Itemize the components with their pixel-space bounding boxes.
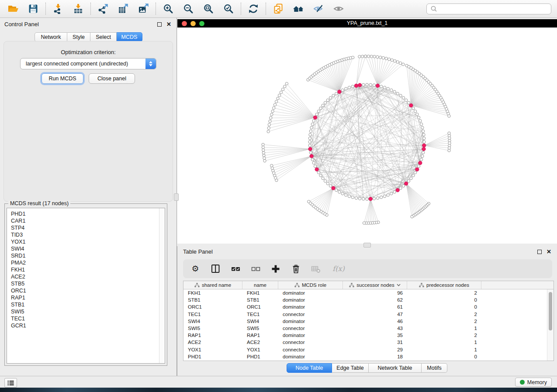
zoom-in-button[interactable] (162, 2, 175, 15)
table-row[interactable]: TEC1TEC1connector472 (183, 311, 554, 318)
cell-name[interactable]: TEC1 (242, 312, 278, 317)
mcds-result-item[interactable]: STB1 (11, 301, 159, 308)
float-table-panel-icon[interactable] (537, 250, 542, 254)
show-columns-button[interactable] (211, 264, 220, 274)
table-row[interactable]: PHD1PHD1dominator180 (183, 353, 554, 360)
select-all-button[interactable] (231, 264, 240, 274)
cell-pred[interactable]: 0 (407, 297, 481, 303)
horizontal-splitter-handle[interactable] (363, 243, 371, 248)
import-network-button[interactable] (52, 2, 65, 15)
close-table-panel-icon[interactable]: ✕ (547, 250, 551, 254)
cell-succ[interactable]: 29 (343, 347, 407, 352)
mcds-result-item[interactable]: SWI4 (11, 245, 159, 252)
cell-pred[interactable]: 2 (407, 333, 481, 338)
vertical-splitter-handle[interactable] (174, 193, 179, 201)
cell-role[interactable]: dominator (278, 297, 343, 303)
result-list-scrollbar[interactable] (159, 208, 165, 363)
table-scrollbar[interactable] (547, 289, 554, 361)
tab-edge-table[interactable]: Edge Table (332, 363, 369, 373)
cell-role[interactable]: dominator (278, 354, 343, 359)
table-row[interactable]: RAP1RAP1dominator352 (183, 332, 554, 339)
run-mcds-button[interactable]: Run MCDS (42, 73, 83, 84)
cell-role[interactable]: dominator (278, 304, 343, 309)
table-settings-button[interactable]: ⚙ (190, 264, 200, 274)
cell-name[interactable]: ORC1 (242, 304, 278, 309)
cell-role[interactable]: dominator (278, 290, 343, 296)
deselect-all-button[interactable] (251, 264, 260, 274)
cell-name[interactable]: FKH1 (242, 290, 278, 296)
cell-name[interactable]: YOX1 (242, 347, 278, 352)
close-panel-icon[interactable]: ✕ (166, 22, 171, 27)
cell-shared[interactable]: ACE2 (183, 340, 242, 345)
show-all-button[interactable] (332, 2, 345, 15)
cell-role[interactable]: connector (278, 347, 343, 352)
mcds-result-item[interactable]: SRD1 (11, 252, 159, 259)
save-session-button[interactable] (27, 2, 40, 15)
tab-style[interactable]: Style (67, 32, 90, 42)
table-row[interactable]: SWI4SWI4dominator462 (183, 318, 554, 325)
cell-name[interactable]: STB1 (242, 297, 278, 303)
cell-succ[interactable]: 96 (343, 290, 407, 296)
clone-network-button[interactable] (272, 2, 285, 15)
mcds-result-item[interactable]: SWI5 (11, 308, 159, 315)
tab-motifs[interactable]: Motifs (422, 363, 447, 373)
search-field[interactable] (426, 3, 551, 14)
column-header-name[interactable]: name (242, 281, 278, 289)
column-header-predecessor-nodes[interactable]: predecessor nodes (407, 281, 481, 289)
mcds-result-item[interactable]: PHD1 (11, 210, 159, 217)
mcds-result-item[interactable]: STP4 (11, 224, 159, 231)
table-row[interactable]: ORC1ORC1dominator610 (183, 303, 554, 310)
cell-shared[interactable]: TEC1 (183, 312, 242, 317)
network-graph[interactable] (177, 28, 557, 244)
cell-pred[interactable]: 0 (407, 354, 481, 359)
table-row[interactable]: FKH1FKH1dominator962 (183, 289, 554, 296)
mcds-result-item[interactable]: GCR1 (11, 322, 159, 329)
column-header-shared-name[interactable]: shared name (183, 281, 242, 289)
cell-name[interactable]: SWI4 (242, 319, 278, 324)
export-network-button[interactable] (97, 2, 110, 15)
tab-mcds[interactable]: MCDS (117, 32, 142, 42)
network-window-titlebar[interactable]: YPA_prune.txt_1 (177, 19, 557, 28)
cell-succ[interactable]: 61 (343, 304, 407, 309)
cell-shared[interactable]: FKH1 (183, 290, 242, 296)
cell-succ[interactable]: 31 (343, 340, 407, 345)
cell-pred[interactable]: 1 (407, 340, 481, 345)
network-canvas[interactable] (177, 28, 557, 244)
first-neighbors-button[interactable] (292, 2, 305, 15)
import-table-button[interactable] (72, 2, 85, 15)
zoom-out-button[interactable] (182, 2, 195, 15)
cell-shared[interactable]: ORC1 (183, 304, 242, 309)
criterion-dropdown[interactable]: largest connected component (undirected) (20, 58, 156, 69)
tab-network-table[interactable]: Network Table (369, 363, 422, 373)
column-header-successor-nodes[interactable]: successor nodes (343, 281, 407, 289)
cell-name[interactable]: RAP1 (242, 333, 278, 338)
cell-succ[interactable]: 46 (343, 319, 407, 324)
mcds-result-item[interactable]: ORC1 (11, 287, 159, 294)
mcds-result-item[interactable]: TID3 (11, 231, 159, 238)
mcds-result-item[interactable]: STB5 (11, 280, 159, 287)
open-file-button[interactable] (7, 2, 20, 15)
delete-column-button[interactable] (291, 264, 301, 274)
zoom-fit-button[interactable] (202, 2, 215, 15)
cell-name[interactable]: SWI5 (242, 326, 278, 331)
cell-succ[interactable]: 43 (343, 326, 407, 331)
cell-role[interactable]: connector (278, 340, 343, 345)
cell-pred[interactable]: 0 (407, 304, 481, 309)
add-column-button[interactable] (271, 264, 280, 274)
table-row[interactable]: STB1STB1dominator620 (183, 296, 554, 303)
cell-succ[interactable]: 47 (343, 312, 407, 317)
memory-button[interactable]: Memory (515, 378, 552, 387)
tab-network[interactable]: Network (35, 32, 67, 42)
export-table-button[interactable] (117, 2, 130, 15)
mcds-result-item[interactable]: ACE2 (11, 273, 159, 280)
mcds-result-item[interactable]: PMA2 (11, 259, 159, 266)
table-row[interactable]: YOX1YOX1connector291 (183, 346, 554, 353)
mcds-result-item[interactable]: TEC1 (11, 315, 159, 322)
cell-role[interactable]: dominator (278, 333, 343, 338)
tab-select[interactable]: Select (90, 32, 117, 42)
refresh-button[interactable] (247, 2, 260, 15)
table-scrollbar-thumb[interactable] (549, 292, 552, 330)
table-row[interactable]: SWI5SWI5connector431 (183, 325, 554, 332)
cell-succ[interactable]: 18 (343, 354, 407, 359)
cell-shared[interactable]: PHD1 (183, 354, 242, 359)
